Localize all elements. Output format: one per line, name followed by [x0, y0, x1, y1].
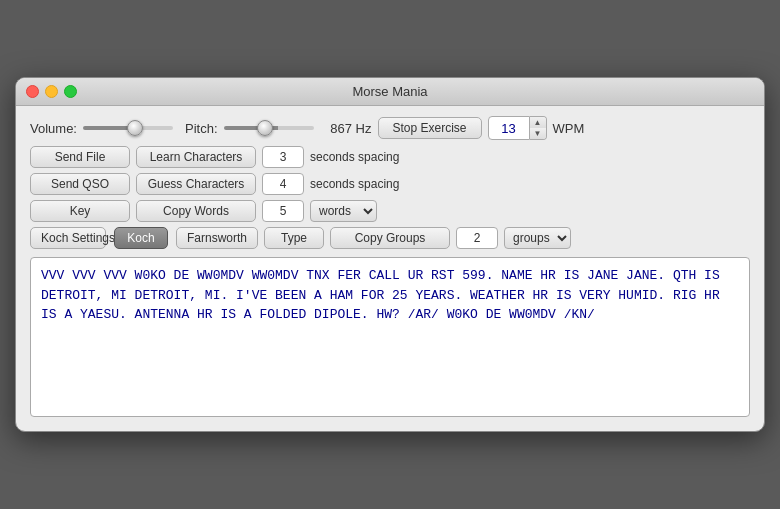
wpm-decrement[interactable]: ▼ [530, 128, 546, 139]
minimize-button[interactable] [45, 85, 58, 98]
row-send-file: Send File Learn Characters seconds spaci… [30, 146, 571, 168]
guess-spacing-label: seconds spacing [310, 177, 399, 191]
wpm-stepper: ▲ ▼ [530, 116, 547, 140]
top-row: Volume: Pitch: 867 Hz Stop Exercise ▲ ▼ … [30, 116, 750, 140]
learn-characters-button[interactable]: Learn Characters [136, 146, 256, 168]
maximize-button[interactable] [64, 85, 77, 98]
wpm-label: WPM [553, 121, 585, 136]
wpm-increment[interactable]: ▲ [530, 117, 546, 128]
left-buttons: Send File Learn Characters seconds spaci… [30, 146, 571, 249]
koch-settings-button[interactable]: Koch Settings... [30, 227, 106, 249]
copy-words-button[interactable]: Copy Words [136, 200, 256, 222]
copy-groups-input[interactable] [456, 227, 498, 249]
send-qso-button[interactable]: Send QSO [30, 173, 130, 195]
text-display: VVV VVV VVV W0KO DE WW0MDV WW0MDV TNX FE… [30, 257, 750, 417]
window-title: Morse Mania [352, 84, 427, 99]
controls-grid: Send File Learn Characters seconds spaci… [30, 146, 750, 249]
row-send-qso: Send QSO Guess Characters seconds spacin… [30, 173, 571, 195]
row-key: Key Copy Words words groups mixed [30, 200, 571, 222]
words-dropdown[interactable]: words groups mixed [310, 200, 377, 222]
content-area: Volume: Pitch: 867 Hz Stop Exercise ▲ ▼ … [16, 106, 764, 431]
row-koch: Koch Settings... Koch Farnsworth Type Co… [30, 227, 571, 249]
groups-dropdown[interactable]: groups words mixed [504, 227, 571, 249]
text-content: VVV VVV VVV W0KO DE WW0MDV WW0MDV TNX FE… [41, 268, 720, 322]
send-file-button[interactable]: Send File [30, 146, 130, 168]
pitch-slider[interactable] [224, 126, 314, 130]
volume-label: Volume: [30, 121, 77, 136]
type-button[interactable]: Type [264, 227, 324, 249]
guess-characters-button[interactable]: Guess Characters [136, 173, 256, 195]
pitch-hz-display: 867 Hz [320, 121, 372, 136]
close-button[interactable] [26, 85, 39, 98]
key-button[interactable]: Key [30, 200, 130, 222]
pitch-label: Pitch: [185, 121, 218, 136]
learn-seconds-input[interactable] [262, 146, 304, 168]
traffic-lights [26, 85, 77, 98]
wpm-container: ▲ ▼ [488, 116, 547, 140]
copy-groups-button[interactable]: Copy Groups [330, 227, 450, 249]
volume-slider[interactable] [83, 126, 173, 130]
titlebar: Morse Mania [16, 78, 764, 106]
koch-button[interactable]: Koch [114, 227, 168, 249]
main-window: Morse Mania Volume: Pitch: 867 Hz Stop E… [15, 77, 765, 432]
farnsworth-button[interactable]: Farnsworth [176, 227, 258, 249]
copy-words-input[interactable] [262, 200, 304, 222]
stop-exercise-button[interactable]: Stop Exercise [378, 117, 482, 139]
guess-seconds-input[interactable] [262, 173, 304, 195]
learn-spacing-label: seconds spacing [310, 150, 399, 164]
wpm-input[interactable] [488, 116, 530, 140]
